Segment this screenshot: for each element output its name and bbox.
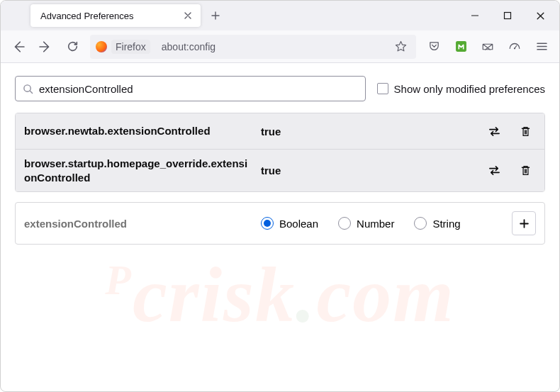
extension-button[interactable]: [449, 35, 473, 59]
toggle-button[interactable]: [483, 160, 505, 181]
mail-button[interactable]: [476, 35, 500, 59]
type-radio-number[interactable]: Number: [338, 217, 394, 230]
url-bar[interactable]: Firefox about:config: [90, 35, 416, 59]
browser-tab[interactable]: Advanced Preferences: [30, 4, 201, 27]
add-preference-row: extensionControlled Boolean Number Strin…: [15, 202, 545, 245]
delete-button[interactable]: [515, 160, 536, 181]
preference-name: browser.newtab.extensionControlled: [24, 124, 251, 138]
search-icon: [23, 84, 33, 94]
radio-label: Number: [357, 218, 394, 230]
tab-title: Advanced Preferences: [40, 11, 175, 21]
reload-button[interactable]: [60, 35, 84, 59]
dashboard-button[interactable]: [503, 35, 527, 59]
type-radio-group: Boolean Number String: [261, 217, 502, 230]
type-radio-string[interactable]: String: [414, 217, 460, 230]
preference-name: browser.startup.homepage_override.extens…: [24, 157, 251, 184]
toggle-button[interactable]: [483, 121, 505, 142]
svg-point-2: [514, 47, 515, 49]
identity-label: Firefox: [111, 40, 150, 54]
checkbox-icon: [377, 83, 388, 94]
show-only-modified-toggle[interactable]: Show only modified preferences: [377, 83, 545, 95]
show-only-modified-label: Show only modified preferences: [394, 83, 545, 95]
new-preference-name: extensionControlled: [24, 218, 251, 230]
preference-search-input[interactable]: [39, 83, 358, 95]
firefox-icon: [96, 41, 107, 52]
preference-value: true: [261, 164, 474, 177]
forward-button[interactable]: [33, 35, 57, 59]
type-radio-boolean[interactable]: Boolean: [261, 217, 318, 230]
browser-toolbar: Firefox about:config: [1, 30, 559, 63]
radio-label: Boolean: [279, 218, 318, 230]
preference-row[interactable]: browser.startup.homepage_override.extens…: [16, 149, 544, 191]
radio-icon: [338, 217, 351, 230]
preferences-list: browser.newtab.extensionControlled true …: [15, 113, 545, 192]
preference-search-box[interactable]: [15, 76, 366, 101]
window-maximize-button[interactable]: [491, 2, 524, 29]
window-titlebar: Advanced Preferences: [1, 1, 559, 30]
radio-label: String: [432, 218, 460, 230]
add-preference-button[interactable]: [512, 211, 536, 235]
back-button[interactable]: [6, 35, 30, 59]
app-menu-button[interactable]: [530, 35, 554, 59]
preference-row[interactable]: browser.newtab.extensionControlled true: [16, 113, 544, 149]
preference-value: true: [261, 125, 474, 138]
delete-button[interactable]: [515, 121, 536, 142]
window-minimize-button[interactable]: [459, 2, 491, 29]
pocket-button[interactable]: [422, 35, 446, 59]
svg-rect-0: [505, 13, 511, 19]
radio-icon: [261, 217, 274, 230]
url-text: about:config: [162, 41, 389, 52]
radio-icon: [414, 217, 427, 230]
identity-box[interactable]: Firefox: [96, 40, 156, 54]
close-tab-button[interactable]: [181, 9, 195, 23]
window-close-button[interactable]: [524, 2, 556, 29]
new-tab-button[interactable]: [205, 5, 226, 26]
bookmark-star-button[interactable]: [391, 37, 410, 57]
